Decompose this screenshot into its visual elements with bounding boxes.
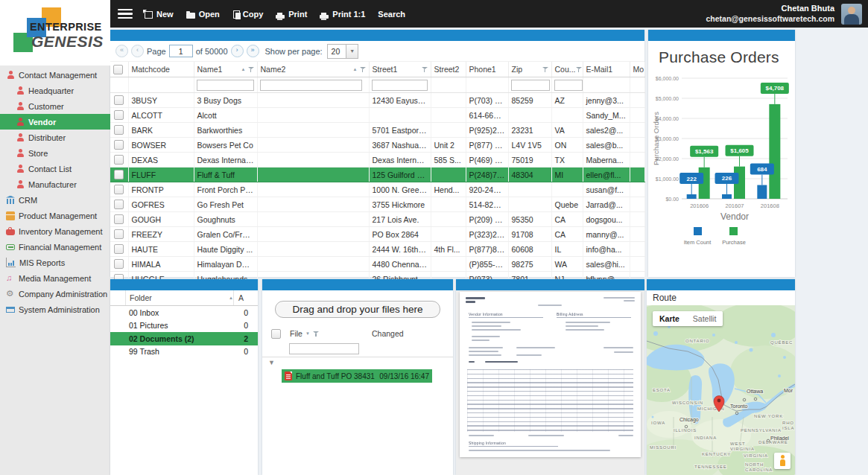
toolbar-new-button[interactable]: New (145, 10, 174, 19)
user-avatar[interactable] (841, 4, 862, 25)
sidebar-item-headquarter[interactable]: Headquarter (0, 83, 110, 98)
column-header-matchcode[interactable]: Matchcode (128, 62, 194, 77)
table-row[interactable]: DEXASDexas Internati...Dexas Internatio.… (110, 153, 644, 168)
pegman-streetview-icon[interactable] (774, 453, 791, 469)
row-checkbox[interactable] (114, 155, 124, 165)
sidebar-item-distributer[interactable]: Distributer (0, 130, 110, 145)
table-row[interactable]: FRONTPFront Porch Pets1000 N. Green V...… (110, 182, 644, 197)
row-checkbox[interactable] (114, 125, 124, 135)
contacts-grid-panel: « ‹ Page of 50000 › » Show per page: 20 … (110, 30, 644, 277)
row-checkbox[interactable] (114, 200, 124, 209)
filter-input-zip[interactable] (511, 80, 551, 91)
sidebar-item-vendor[interactable]: Vendor (0, 114, 110, 130)
prev-page-button[interactable]: ‹ (131, 45, 144, 57)
sidebar-item-store[interactable]: Store (0, 145, 110, 161)
row-checkbox[interactable] (114, 244, 124, 254)
column-header-zip[interactable]: Zip (508, 62, 551, 77)
column-header-street1[interactable]: Street1 (369, 62, 431, 77)
sidebar-item-crm[interactable]: CRM (0, 192, 110, 208)
toolbar-print-button[interactable]: Print (276, 10, 307, 19)
map-karte-button[interactable]: Karte (653, 311, 686, 326)
row-checkbox[interactable] (114, 214, 124, 224)
select-all-files-checkbox[interactable] (271, 329, 281, 339)
row-checkbox[interactable] (114, 229, 124, 239)
print-icon (320, 15, 329, 19)
sidebar-item-contact-list[interactable]: Contact List (0, 161, 110, 176)
filter-input-name2[interactable] (260, 80, 363, 91)
file-column-header[interactable]: File ▼ (290, 329, 363, 338)
table-row[interactable]: BARKBarkworthies5701 Eastport B...P(925)… (110, 123, 644, 138)
svg-text:Toronto: Toronto (730, 404, 747, 409)
table-row[interactable]: GOFRESGo Fresh Pet3755 Hickmore514-824-.… (110, 197, 644, 212)
per-page-select[interactable]: 20 ▼ (327, 44, 359, 59)
svg-text:IOWA: IOWA (651, 421, 665, 425)
sidebar-item-company-administration[interactable]: Company Administration (0, 286, 110, 302)
gear-icon (6, 290, 15, 299)
table-row[interactable]: FREEZYGralen Co/Free...PO Box 2864P(323)… (110, 227, 644, 242)
sidebar-item-financial-management[interactable]: Financial Management (0, 239, 110, 255)
select-all-checkbox[interactable] (113, 65, 123, 74)
toolbar-open-button[interactable]: Open (186, 10, 220, 19)
row-checkbox[interactable] (114, 170, 124, 179)
column-header-e-mail1[interactable]: E-Mail1 (583, 62, 630, 77)
table-row[interactable]: 3BUSY3 Busy Dogs12430 Eayuse Ct.P(703) 8… (110, 93, 644, 108)
route-map-panel: Route KarteSatellit ONTARIOQUÉBECESOTAWI… (647, 279, 795, 475)
map-canvas[interactable]: KarteSatellit ONTARIOQUÉBECESOTAWISCONSI… (647, 305, 795, 475)
filter-input-street1[interactable] (372, 80, 428, 91)
group-collapse-icon[interactable]: ▼ (262, 357, 453, 366)
column-header-phone1[interactable]: Phone1 (466, 62, 508, 77)
map-satellit-button[interactable]: Satellit (686, 311, 723, 326)
filter-input-cou[interactable] (554, 80, 583, 91)
column-header-name1[interactable]: Name1▲ (194, 62, 257, 77)
sidebar-item-mis-reports[interactable]: MIS Reports (0, 255, 110, 270)
sidebar-item-manufacturer[interactable]: Manufacturer (0, 176, 110, 192)
column-header-name2[interactable]: Name2▲ (257, 62, 369, 77)
row-checkbox[interactable] (114, 110, 124, 120)
file-row[interactable]: Fluff and Tuff PO 3843109/13/16 16:47 (282, 369, 432, 383)
folder-row-00-inbox[interactable]: 00 Inbox0 (110, 306, 258, 319)
svg-text:Mor: Mor (784, 388, 793, 393)
row-checkbox[interactable] (114, 259, 124, 269)
toolbar-search-button[interactable]: Search (378, 10, 405, 19)
svg-text:222: 222 (686, 176, 697, 182)
toolbar-print-1-1-button[interactable]: Print 1:1 (320, 10, 365, 19)
file-dropzone[interactable]: Drag and drop your files here (275, 301, 440, 318)
sidebar-item-inventory-management[interactable]: Inventory Management (0, 223, 110, 239)
changed-column-header[interactable]: Changed (372, 329, 404, 338)
sidebar-item-product-management[interactable]: Product Management (0, 208, 110, 223)
folder-row-99-trash[interactable]: 99 Trash0 (110, 345, 258, 359)
table-row[interactable]: HIMALAHimalayan Dog...4480 Chennault ...… (110, 257, 644, 272)
sidebar-item-media-management[interactable]: Media Management (0, 270, 110, 286)
hamburger-menu-icon[interactable] (118, 9, 133, 19)
row-checkbox[interactable] (114, 185, 124, 194)
column-header-street2[interactable]: Street2 (431, 62, 466, 77)
folder-row-01-pictures[interactable]: 01 Pictures0 (110, 319, 258, 333)
filter-input-name1[interactable] (197, 80, 255, 91)
svg-text:KENTUCKY: KENTUCKY (702, 452, 731, 456)
next-page-button[interactable]: › (231, 45, 244, 57)
page-input[interactable] (169, 45, 193, 57)
row-checkbox[interactable] (114, 95, 124, 105)
row-checkbox[interactable] (114, 140, 124, 150)
svg-text:ESOTA: ESOTA (653, 388, 671, 392)
table-row[interactable]: BOWSERBowsers Pet Co3687 Nashua Dr...Uni… (110, 138, 644, 153)
folder-count-column-header[interactable]: A (233, 290, 258, 305)
table-row[interactable]: FLUFFFluff & Tuff125 Guilford Rd.P(248)7… (110, 168, 644, 182)
last-page-button[interactable]: » (247, 45, 259, 57)
column-header-mo[interactable]: Mo (630, 62, 644, 77)
first-page-button[interactable]: « (115, 45, 128, 57)
table-row[interactable]: ALCOTTAlcott614-668-...Sandy_M... (110, 108, 644, 123)
column-header-cou[interactable]: Cou... (551, 62, 583, 77)
file-filter-input[interactable] (289, 343, 359, 354)
contacts-table: MatchcodeName1▲Name2▲Street1Street2Phone… (110, 62, 645, 287)
table-row[interactable]: HAUTEHaute Diggity ...2444 W. 16th St.4t… (110, 242, 644, 257)
folder-row-02-documents-2[interactable]: 02 Documents (2)2 (110, 332, 258, 345)
sidebar-item-system-administration[interactable]: System Administration (0, 302, 110, 317)
sidebar-item-contact-management[interactable]: Contact Management (0, 67, 110, 83)
panel-header-bar (647, 279, 795, 290)
toolbar-copy-button[interactable]: Copy (232, 10, 264, 19)
folder-column-header[interactable]: Folder ▲ (126, 290, 233, 305)
chart-icon (6, 258, 16, 267)
table-row[interactable]: GOUGHGoughnuts217 Lois Ave.P(209) 5...95… (110, 212, 644, 227)
sidebar-item-customer[interactable]: Customer (0, 98, 110, 114)
